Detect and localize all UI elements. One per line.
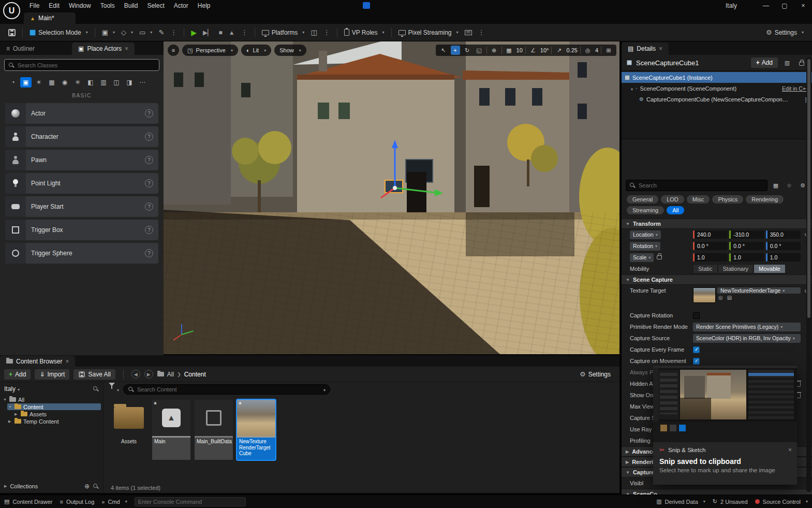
editor-mode-dropdown[interactable]: Selection Mode [26, 27, 91, 38]
filter-lod[interactable]: LOD [661, 195, 684, 204]
menu-file[interactable]: File [25, 0, 44, 11]
close-icon[interactable] [659, 45, 662, 52]
vp-roles-dropdown[interactable]: VP Roles [341, 27, 388, 38]
cmd-dropdown[interactable]: » Cmd [101, 499, 127, 505]
show-dropdown[interactable]: Show [274, 45, 306, 56]
toolbar-overflow-button[interactable] [167, 27, 180, 38]
move-tool-icon[interactable]: + [451, 46, 460, 55]
frame-skip-button[interactable]: ▶▏ [200, 27, 215, 38]
filter-physics[interactable]: Physics [712, 195, 743, 204]
asset-tile-render-target[interactable]: NewTexture RenderTarget Cube [237, 400, 275, 460]
console-command-input[interactable] [138, 499, 242, 505]
view-mode-dropdown[interactable]: ◐ Lit [241, 45, 271, 56]
media-capture-button[interactable] [462, 28, 475, 37]
location-dropdown[interactable]: Location [630, 230, 661, 239]
search-classes-box[interactable] [4, 59, 159, 71]
output-log-button[interactable]: ≡ Output Log [60, 499, 94, 505]
snip-notification-body[interactable]: ✂ Snip & Sketch Snip saved to clipboard … [653, 442, 797, 485]
filter-general[interactable]: General [627, 195, 658, 204]
favorites-icon[interactable]: ☆ [784, 181, 794, 190]
search-options-icon[interactable] [321, 386, 326, 393]
add-asset-button[interactable]: + Add [4, 369, 31, 380]
filter-rendering[interactable]: Rendering [746, 195, 784, 204]
category-all-classes[interactable]: ⋯ [137, 77, 148, 88]
help-icon[interactable]: ? [145, 133, 153, 141]
asset-tile-assets-folder[interactable]: Assets [110, 400, 148, 460]
breadcrumb-all[interactable]: All [167, 371, 174, 378]
content-drawer-button[interactable]: ▤ Content Drawer [4, 498, 52, 505]
rotation-y-field[interactable]: 0.0 ° [729, 242, 764, 250]
scale-snap-value[interactable]: 0.25 [566, 47, 577, 53]
component-row-scene-component[interactable]: ◦ SceneComponent (SceneComponent) Edit i… [622, 83, 812, 94]
menu-actor[interactable]: Actor [169, 0, 193, 11]
level-tab[interactable]: ▲ Main* [24, 12, 76, 24]
location-y-field[interactable]: -310.0 [729, 230, 764, 239]
rotate-tool-icon[interactable]: ↻ [463, 46, 472, 55]
content-settings-button[interactable]: ⚙ Settings [575, 369, 615, 380]
capture-rotation-checkbox[interactable] [693, 312, 700, 319]
tab-place-actors[interactable]: ▣ Place Actors [72, 42, 135, 55]
minimize-button[interactable]: — [757, 0, 775, 11]
rotation-snap-value[interactable]: 10° [540, 47, 549, 53]
play-button[interactable]: ▶ [188, 27, 200, 38]
rotation-dropdown[interactable]: Rotation [630, 242, 660, 251]
category-visual-effects[interactable]: ✳ [72, 77, 83, 88]
category-geometry[interactable]: ◧ [85, 77, 96, 88]
search-classes-input[interactable] [18, 62, 155, 68]
section-transform[interactable]: ▼ Transform [622, 219, 812, 229]
lock-icon[interactable] [796, 58, 807, 67]
search-paths-icon[interactable] [93, 386, 99, 392]
maximize-viewport-icon[interactable]: ⊞ [604, 46, 613, 55]
scale-snap-icon[interactable]: ↗ [554, 46, 564, 55]
filters-button[interactable] [109, 386, 119, 393]
source-control-button[interactable]: Source Control [755, 499, 808, 505]
tab-outliner[interactable]: ≡ Outliner [0, 42, 41, 55]
tab-content-browser[interactable]: Content Browser [0, 356, 75, 367]
add-collection-icon[interactable]: ⊕ [84, 483, 90, 490]
editor-tools-button[interactable]: ✎ [155, 27, 167, 38]
camera-speed-icon[interactable]: ◎ [583, 46, 593, 55]
maximize-button[interactable]: ▢ [776, 0, 793, 11]
level-viewport[interactable]: ≡ ◳ Perspective ◐ Lit Show ↖ + ↻ ◱ ⊕ ▦ 1… [164, 41, 619, 354]
world-space-toggle-icon[interactable]: ⊕ [490, 46, 499, 55]
unreal-logo-icon[interactable]: U [3, 2, 20, 19]
category-gameplay[interactable]: ◫ [111, 77, 122, 88]
close-icon[interactable] [125, 45, 128, 52]
edit-in-cpp-link[interactable]: Edit in C++ [782, 85, 809, 92]
help-icon[interactable]: ? [145, 156, 153, 164]
menu-help[interactable]: Help [193, 0, 215, 11]
expand-icon[interactable] [631, 85, 633, 92]
close-button[interactable]: × [794, 0, 812, 11]
import-button[interactable]: ⇓ Import [35, 369, 69, 380]
tree-item-all[interactable]: ▼ All [2, 396, 101, 403]
category-volumes[interactable]: ▥ [98, 77, 109, 88]
platforms-dropdown[interactable]: Platforms [259, 27, 308, 38]
place-item-trigger-sphere[interactable]: Trigger Sphere ? [5, 243, 158, 264]
menu-tools[interactable]: Tools [96, 0, 120, 11]
mobility-movable[interactable]: Movable [754, 264, 786, 273]
snip-notification[interactable]: ✂ Snip & Sketch Snip saved to clipboard … [653, 366, 797, 485]
launch-button[interactable]: ▲ [226, 27, 238, 38]
platforms-overflow-button[interactable] [320, 27, 333, 38]
texture-target-thumbnail[interactable] [693, 287, 716, 303]
save-all-button[interactable]: Save All [73, 369, 115, 380]
blueprints-dropdown[interactable]: ◇ [118, 27, 136, 38]
menu-select[interactable]: Select [142, 0, 169, 11]
category-recently-placed[interactable]: ◔ [7, 77, 19, 88]
place-item-pawn[interactable]: Pawn ? [5, 150, 158, 170]
menu-edit[interactable]: Edit [44, 0, 64, 11]
add-content-dropdown[interactable]: ▣ [99, 27, 118, 38]
scale-tool-icon[interactable]: ◱ [475, 46, 484, 55]
breadcrumb-content[interactable]: Content [184, 371, 206, 378]
level-sequence-dropdown[interactable]: ▭ [136, 27, 155, 38]
primitive-render-mode-dropdown[interactable]: Render Scene Primitives (Legacy) [693, 323, 801, 331]
place-item-character[interactable]: Character ? [5, 126, 158, 147]
collections-row[interactable]: ▶ Collections ⊕ [0, 483, 103, 490]
unsaved-button[interactable]: ↻ 2 Unsaved [713, 498, 748, 505]
close-icon[interactable] [65, 358, 69, 365]
help-icon[interactable]: ? [145, 202, 153, 211]
details-search-input[interactable] [639, 182, 764, 188]
capture-on-movement-checkbox[interactable] [693, 358, 700, 365]
capture-every-frame-checkbox[interactable] [693, 346, 700, 353]
select-tool-icon[interactable]: ↖ [439, 46, 448, 55]
